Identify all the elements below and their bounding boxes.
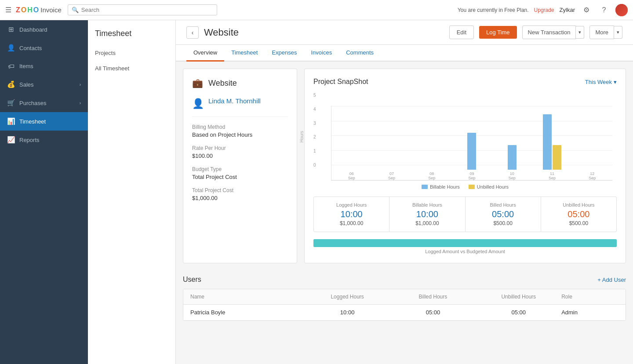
stat-billed: Billed Hours 05:00 $500.00 — [466, 197, 541, 232]
sidebar-item-label: Purchases — [19, 100, 46, 106]
sidebar-item-timesheet[interactable]: 📊 Timesheet — [0, 112, 88, 131]
timesheet-icon: 📊 — [7, 117, 15, 125]
zoho-logo: Z O H O — [16, 6, 39, 14]
main-content: ‹ Website Edit Log Time New Transaction … — [176, 20, 633, 364]
chart-date-label: 09Sep — [468, 171, 475, 180]
tab-timesheet[interactable]: Timesheet — [224, 45, 265, 62]
project-header: 💼 Website — [192, 78, 288, 88]
more-arrow-button[interactable]: ▾ — [614, 26, 622, 39]
project-detail-card: 💼 Website 👤 Linda M. Thornhill Billing M… — [183, 69, 297, 263]
sidebar-item-label: Reports — [19, 137, 40, 143]
sidebar-item-dashboard[interactable]: ⊞ Dashboard — [0, 20, 88, 39]
bar-unbilled — [553, 145, 561, 170]
total-cost-row: Total Project Cost $1,000.00 — [192, 187, 288, 201]
avatar-image — [615, 4, 628, 16]
bar-billable — [508, 145, 517, 170]
bar-group — [543, 114, 561, 170]
table-row: Patricia Boyle 10:00 05:00 05:00 Admin — [183, 305, 626, 320]
progress-bar-background — [313, 239, 617, 247]
user-link[interactable]: Linda M. Thornhill — [208, 97, 261, 105]
chart-y-axis: 5 4 3 2 1 0 — [313, 93, 327, 167]
new-transaction-button[interactable]: New Transaction — [522, 25, 576, 39]
topnav: ☰ Z O H O Invoice 🔍 You are currently in… — [0, 0, 633, 20]
rate-per-hour-value: $100.00 — [192, 153, 288, 159]
progress-section: Logged Amount vs Budgeted Amount — [313, 239, 617, 254]
chart-columns: 06Sep07Sep08Sep09Sep10Sep11Sep12Sep — [331, 106, 612, 180]
add-user-button[interactable]: + Add User — [597, 277, 626, 283]
chart-col: 06Sep — [336, 170, 367, 180]
tab-invoices[interactable]: Invoices — [304, 45, 339, 62]
user-name[interactable]: Zylkar — [560, 7, 575, 13]
chart-container: Hours 5 4 3 2 1 0 — [313, 93, 617, 181]
sidebar-item-items[interactable]: 🏷 Items — [0, 57, 88, 75]
bar-group — [508, 145, 517, 170]
tab-comments[interactable]: Comments — [339, 45, 381, 62]
chevron-right-icon: › — [80, 82, 81, 87]
more-dropdown: More ▾ — [589, 25, 622, 39]
chart-col: 08Sep — [416, 170, 447, 180]
purchases-icon: 🛒 — [7, 99, 15, 107]
bar-group — [467, 133, 476, 170]
sidebar-item-label: Contacts — [19, 45, 42, 51]
users-table: Name Logged Hours Billed Hours Unbilled … — [183, 289, 626, 321]
dashboard-icon: ⊞ — [7, 25, 15, 33]
chart-date-label: 11Sep — [549, 171, 556, 180]
search-icon: 🔍 — [72, 7, 79, 13]
progress-bar-fill — [313, 239, 617, 247]
sidebar-item-purchases[interactable]: 🛒 Purchases › — [0, 94, 88, 112]
billing-method-value: Based on Project Hours — [192, 131, 288, 138]
sidebar-item-label: Timesheet — [19, 118, 46, 125]
search-input[interactable] — [81, 7, 213, 13]
sidebar-item-label: Sales — [19, 81, 34, 88]
logo: Z O H O Invoice — [16, 6, 62, 14]
back-button[interactable]: ‹ — [186, 26, 199, 39]
sidebar-item-contacts[interactable]: 👤 Contacts — [0, 39, 88, 57]
app-name: Invoice — [40, 6, 62, 14]
layout: ⊞ Dashboard 👤 Contacts 🏷 Items 💰 Sales ›… — [0, 20, 633, 364]
chart-date-label: 10Sep — [509, 171, 516, 180]
snapshot-card: Project SnapShot This Week ▾ Hours 5 4 3… — [304, 69, 626, 263]
project-name: Website — [208, 79, 237, 88]
total-cost-label: Total Project Cost — [192, 187, 288, 193]
search-box[interactable]: 🔍 — [68, 4, 217, 15]
y-axis-label: Hours — [299, 131, 304, 143]
legend-color-unbilled — [469, 185, 475, 189]
chart-legend: Billable Hours Unbilled Hours — [313, 184, 617, 189]
avatar[interactable] — [615, 4, 628, 16]
stat-logged: Logged Hours 10:00 $1,000.00 — [314, 197, 389, 232]
help-icon[interactable]: ? — [598, 4, 610, 16]
stat-billable: Billable Hours 10:00 $1,000.00 — [389, 197, 465, 232]
tab-overview[interactable]: Overview — [186, 45, 224, 62]
users-header: Users + Add User — [183, 270, 626, 289]
contacts-icon: 👤 — [7, 44, 15, 52]
secondary-nav-item-all-timesheet[interactable]: All Timesheet — [88, 61, 175, 76]
stat-unbilled: Unbilled Hours 05:00 $500.00 — [541, 197, 616, 232]
user-avatar-icon: 👤 — [192, 98, 204, 109]
new-transaction-arrow-button[interactable]: ▾ — [576, 26, 584, 39]
this-week-button[interactable]: This Week ▾ — [585, 79, 617, 85]
settings-icon[interactable]: ⚙ — [580, 4, 593, 16]
edit-button[interactable]: Edit — [449, 25, 474, 39]
secondary-nav-item-projects[interactable]: Projects — [88, 45, 175, 61]
legend-unbilled: Unbilled Hours — [469, 184, 509, 189]
users-title: Users — [183, 276, 201, 284]
upgrade-link[interactable]: Upgrade — [534, 7, 554, 13]
users-table-header: Name Logged Hours Billed Hours Unbilled … — [183, 289, 626, 305]
rate-per-hour-row: Rate Per Hour $100.00 — [192, 145, 288, 159]
project-icon: 💼 — [192, 78, 203, 88]
sidebar-item-reports[interactable]: 📈 Reports — [0, 131, 88, 149]
secondary-nav-title: Timesheet — [88, 24, 175, 45]
chart-col: 12Sep — [577, 170, 608, 180]
budget-type-value: Total Project Cost — [192, 174, 288, 180]
hamburger-icon[interactable]: ☰ — [5, 6, 11, 14]
progress-label: Logged Amount vs Budgeted Amount — [313, 249, 617, 254]
billing-method-label: Billing Method — [192, 124, 288, 130]
tab-expenses[interactable]: Expenses — [265, 45, 304, 62]
chart-date-label: 08Sep — [428, 171, 435, 180]
sidebar-item-label: Dashboard — [19, 26, 47, 33]
log-time-button[interactable]: Log Time — [479, 26, 517, 39]
more-button[interactable]: More — [589, 25, 614, 39]
legend-color-billable — [422, 185, 428, 189]
sidebar: ⊞ Dashboard 👤 Contacts 🏷 Items 💰 Sales ›… — [0, 20, 88, 364]
sidebar-item-sales[interactable]: 💰 Sales › — [0, 75, 88, 94]
